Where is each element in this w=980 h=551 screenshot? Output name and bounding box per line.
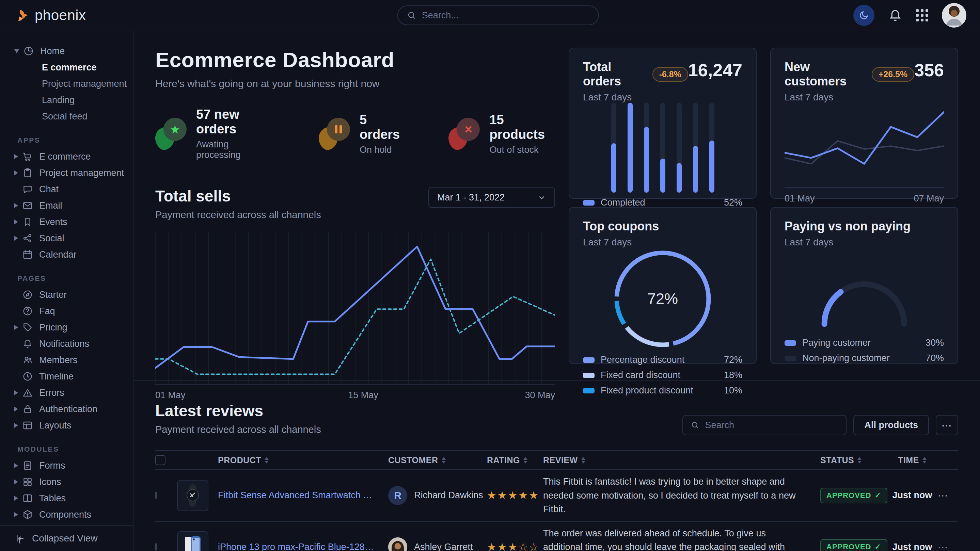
stat-5-orders: 5 ordersOn hold [319, 107, 404, 160]
row-checkbox[interactable] [155, 543, 157, 550]
navbar-actions [853, 3, 966, 27]
notifications-button[interactable] [888, 8, 902, 22]
row-more-button[interactable]: ⋯ [938, 541, 949, 551]
smartwatch-thumbnail[interactable] [177, 480, 208, 511]
caret-right-icon [14, 512, 18, 517]
reviews-search-input[interactable]: Search [682, 415, 846, 435]
order-bar [660, 103, 665, 193]
sidebar-item-timeline[interactable]: Timeline [0, 368, 133, 384]
all-products-button[interactable]: All products [853, 415, 929, 435]
sort-icon[interactable] [264, 457, 269, 464]
customer-cell: Ashley Garrett [388, 537, 487, 551]
sidebar-item-errors[interactable]: Errors [0, 384, 133, 401]
file-text-icon [22, 460, 33, 471]
total-orders-title: Total orders [583, 60, 646, 89]
top-coupons-period: Last 7 days [583, 237, 659, 248]
sidebar-subitem-landing[interactable]: Landing [0, 92, 133, 108]
check-icon: ✓ [875, 491, 881, 500]
sidebar-section-pages: PAGES [0, 263, 133, 287]
column-header-product[interactable]: PRODUCT [218, 456, 388, 465]
sidebar-item-events[interactable]: Events [0, 214, 133, 230]
sidebar-item-pricing[interactable]: Pricing [0, 319, 133, 335]
sidebar-item-tables[interactable]: Tables [0, 490, 133, 507]
sidebar-item-project-management[interactable]: Project management [0, 165, 133, 181]
sidebar-item-social[interactable]: Social [0, 230, 133, 246]
select-all-checkbox[interactable] [155, 455, 165, 465]
apps-menu-button[interactable] [916, 9, 928, 21]
caret-right-icon [14, 463, 18, 468]
total-orders-badge: -6.8% [652, 67, 688, 82]
sidebar-item-starter[interactable]: Starter [0, 287, 133, 303]
sidebar-item-layouts[interactable]: Layouts [0, 417, 133, 433]
phoenix-logo-icon [14, 8, 29, 23]
sidebar-item-calendar[interactable]: Calendar [0, 246, 133, 263]
product-link[interactable]: Fitbit Sense Advanced Smartwatch with To… [218, 490, 388, 501]
order-bar [611, 103, 616, 193]
sidebar-item-chat[interactable]: Chat [0, 181, 133, 197]
collapse-label: Collapsed View [32, 533, 98, 544]
column-header-status[interactable]: STATUS [820, 456, 887, 465]
sidebar-item-authentication[interactable]: Authentication [0, 401, 133, 417]
sidebar-item-e-commerce[interactable]: E commerce [0, 148, 133, 165]
sidebar-item-faq[interactable]: Faq [0, 303, 133, 319]
order-bar [644, 103, 649, 193]
collapse-sidebar-button[interactable]: Collapsed View [0, 525, 133, 551]
column-header-review[interactable]: REVIEW [543, 456, 820, 465]
sidebar-nav: HomeE commerceProject managementLandingS… [0, 31, 133, 525]
sort-icon[interactable] [523, 457, 527, 464]
brand-name: phoenix [35, 7, 86, 24]
paying-vs-non-title: Paying vs non paying [784, 219, 910, 233]
sidebar-item-forms[interactable]: Forms [0, 457, 133, 474]
column-header-time[interactable]: TIME [887, 456, 938, 465]
new-customers-title: New customers [784, 60, 865, 89]
order-bar [709, 103, 714, 193]
x-tick-label: 01 May [155, 390, 186, 400]
total-orders-bar-chart [583, 103, 742, 193]
column-header-rating[interactable]: RATING [487, 456, 543, 465]
sort-icon[interactable] [581, 457, 585, 464]
dark-mode-toggle[interactable] [853, 5, 875, 26]
review-text: The order was delivered ahead of schedul… [543, 527, 820, 551]
latest-reviews-section: Latest reviews Payment received across a… [155, 402, 958, 551]
sidebar-item-members[interactable]: Members [0, 352, 133, 368]
total-sells-header: Total sells Payment received across all … [155, 187, 555, 221]
caret-right-icon [14, 407, 18, 411]
sidebar-subitem-project-management[interactable]: Project management [0, 76, 133, 92]
caret-right-icon [14, 496, 18, 501]
app-root: phoenix Search... [0, 0, 980, 551]
sidebar-item-home[interactable]: Home [0, 43, 133, 59]
column-header-customer[interactable]: CUSTOMER [388, 456, 487, 465]
apps-grid-icon [916, 9, 928, 21]
order-bar [676, 103, 682, 193]
user-avatar[interactable] [942, 3, 966, 27]
sidebar: HomeE commerceProject managementLandingS… [0, 31, 134, 551]
navbar-search-input[interactable]: Search... [398, 5, 599, 25]
page-subtitle: Here's what's going on at your business … [155, 78, 555, 89]
total-orders-card: Total orders -6.8% Last 7 days 16,247 Co… [569, 48, 757, 199]
compass-icon [22, 289, 33, 300]
dashboard-header-section: Ecommerce Dashboard Here's what's going … [155, 48, 555, 364]
row-checkbox[interactable] [155, 492, 157, 499]
product-link[interactable]: iPhone 13 pro max-Pacific Blue-128GB sto… [218, 542, 388, 551]
sidebar-item-email[interactable]: Email [0, 197, 133, 214]
iphone-thumbnail[interactable] [177, 531, 208, 551]
sort-icon[interactable] [442, 457, 446, 464]
sidebar-subitem-social-feed[interactable]: Social feed [0, 108, 133, 125]
sidebar-item-notifications[interactable]: Notifications [0, 335, 133, 352]
rating-stars: ★★★☆☆ [487, 541, 543, 551]
sidebar-subitem-e-commerce[interactable]: E commerce [0, 59, 133, 76]
sort-icon[interactable] [923, 457, 926, 464]
box-icon [22, 509, 33, 520]
brand[interactable]: phoenix [14, 7, 134, 24]
sidebar-item-components[interactable]: Components [0, 507, 133, 523]
row-more-button[interactable]: ⋯ [938, 490, 949, 501]
top-coupons-card: Top coupons Last 7 days 72% Percentage d… [569, 207, 757, 364]
caret-right-icon [14, 203, 18, 208]
sidebar-item-icons[interactable]: Icons [0, 474, 133, 490]
reviews-more-button[interactable]: ⋯ [936, 415, 958, 435]
reviews-search-placeholder: Search [705, 420, 734, 430]
sort-icon[interactable] [858, 457, 862, 464]
chat-icon [22, 184, 33, 195]
new-customers-value: 356 [914, 60, 944, 80]
date-range-select[interactable]: Mar 1 - 31, 2022 [428, 187, 555, 208]
